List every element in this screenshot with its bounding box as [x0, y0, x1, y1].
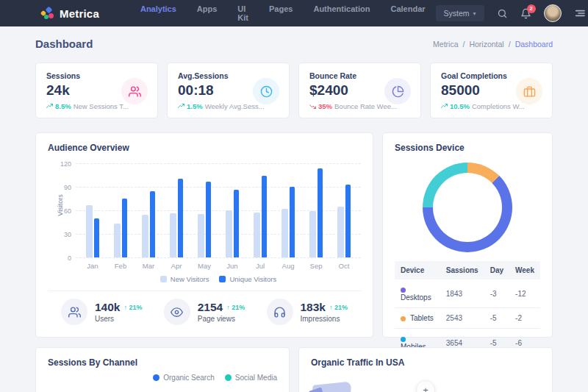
- legend-label: Organic Search: [163, 374, 214, 382]
- footer-stat-label: Users: [95, 315, 143, 323]
- bar-new-visitors: [282, 209, 288, 257]
- nav-item-calendar[interactable]: Calendar: [380, 4, 435, 22]
- bar-group-aug: [274, 163, 302, 257]
- device-day: -5: [484, 308, 509, 329]
- legend-swatch: [219, 276, 226, 282]
- footer-stat-label: Impressions: [301, 315, 348, 323]
- nav-item-analytics[interactable]: Analytics: [130, 4, 187, 22]
- device-table-header: Day: [484, 261, 509, 279]
- nav-item-ui-kit[interactable]: UI Kit: [227, 4, 259, 22]
- x-tick-label: Sep: [302, 262, 330, 270]
- audience-footer-stats: 140k↑ 21%Users2154↑ 21%Page views183k↑ 2…: [48, 291, 361, 325]
- bar-group-may: [190, 163, 218, 257]
- notifications-button[interactable]: 2: [520, 8, 531, 19]
- bar-unique-visitors: [234, 190, 239, 257]
- x-tick-label: May: [190, 262, 218, 270]
- y-tick-label: 30: [57, 231, 71, 238]
- legend-dot: [225, 374, 232, 381]
- map-zoom-in-button[interactable]: +: [416, 380, 435, 392]
- bar-unique-visitors: [150, 191, 155, 257]
- breadcrumb: Metrica/Horizontal/Dashboard: [433, 40, 553, 49]
- chart-legend: New VisitorsUnique Visitors: [76, 275, 361, 283]
- chart-plot-area: 1209060300: [76, 163, 361, 257]
- device-day: -3: [484, 279, 509, 308]
- breadcrumb-item[interactable]: Metrica: [433, 40, 458, 49]
- bar-new-visitors: [337, 207, 344, 257]
- topbar-actions: System ▾ 2: [436, 4, 586, 22]
- briefcase-icon: [516, 78, 542, 104]
- user-avatar[interactable]: [544, 4, 562, 22]
- device-table-header: Sassions: [440, 261, 484, 279]
- gridline: 0: [76, 257, 361, 258]
- footer-stat-label: Page views: [198, 315, 245, 323]
- device-name: Tablets: [410, 314, 434, 322]
- legend-swatch: [160, 276, 167, 282]
- x-tick-label: Aug: [274, 262, 302, 270]
- device-dot: [401, 316, 406, 321]
- bar-unique-visitors: [206, 182, 211, 257]
- bar-new-visitors: [114, 224, 121, 257]
- breadcrumb-separator: /: [509, 40, 511, 49]
- donut-hole: [433, 173, 502, 242]
- bar-new-visitors: [309, 211, 316, 257]
- breadcrumb-item[interactable]: Dashboard: [515, 40, 553, 49]
- stat-card-sessions: Sessions24k8.5%New Sessions T...: [35, 63, 158, 118]
- bar-group-jun: [218, 163, 246, 257]
- bar-group-oct: [330, 163, 358, 257]
- bar-new-visitors: [142, 215, 148, 257]
- y-tick-label: 120: [57, 160, 71, 168]
- x-tick-label: Jul: [246, 262, 274, 270]
- nav-item-apps[interactable]: Apps: [187, 4, 228, 22]
- stat-note: Bounce Rate Wee...: [334, 102, 397, 110]
- device-dot: [401, 288, 406, 293]
- card-title: Sessions By Channel: [48, 357, 277, 368]
- stat-card-goal-completions: Goal Completions8500010.5%Completions W.…: [430, 63, 553, 118]
- pie-chart-icon: [384, 78, 411, 104]
- device-sessions: 2543: [440, 308, 484, 329]
- device-week: -2: [509, 308, 540, 329]
- trend-up-icon: [178, 103, 184, 110]
- x-tick-label: Apr: [162, 262, 190, 270]
- chevron-down-icon: ▾: [473, 10, 476, 17]
- device-week: -12: [509, 279, 540, 308]
- stat-note: New Sessions T...: [74, 102, 129, 110]
- x-tick-label: Jan: [79, 262, 107, 270]
- notification-badge: 2: [527, 4, 536, 13]
- eye-icon: [164, 299, 190, 325]
- card-title: Organic Traffic In USA: [311, 357, 540, 368]
- system-dropdown[interactable]: System ▾: [436, 5, 484, 21]
- page-title: Dashboard: [35, 38, 93, 50]
- nav-item-authentication[interactable]: Authentication: [303, 4, 380, 22]
- breadcrumb-item[interactable]: Horizontal: [469, 40, 503, 49]
- bar-group-jul: [246, 163, 274, 257]
- footer-stat-value: 2154: [198, 301, 223, 314]
- clock-icon: [253, 78, 279, 104]
- donut-chart-wrap: [395, 163, 540, 252]
- trend-down-icon: [309, 103, 316, 110]
- card-title: Sessions Device: [395, 143, 540, 153]
- legend-label: New Visitors: [171, 275, 209, 283]
- search-button[interactable]: [497, 8, 508, 19]
- legend-item-new-visitors[interactable]: New Visitors: [160, 275, 209, 283]
- brand-name: Metrica: [60, 7, 99, 20]
- menu-toggle-button[interactable]: [574, 7, 586, 19]
- y-tick-label: 0: [57, 254, 71, 262]
- x-tick-label: Mar: [135, 262, 162, 270]
- legend-item-social-media[interactable]: Social Media: [225, 374, 277, 382]
- bar-unique-visitors: [345, 185, 351, 257]
- stat-card-avg-sessions: Avg.Sessions00:181.5%Weekly Avg.Sess...: [167, 63, 290, 118]
- nav-item-pages[interactable]: Pages: [259, 4, 303, 22]
- topbar: Metrica AnalyticsAppsUI KitPagesAuthenti…: [0, 0, 588, 26]
- users-icon: [61, 299, 87, 325]
- card-title: Audience Overview: [48, 143, 361, 153]
- brand[interactable]: Metrica: [41, 7, 99, 20]
- bar-unique-visitors: [178, 179, 183, 257]
- trend-up-icon: [441, 103, 448, 110]
- breadcrumb-separator: /: [463, 40, 465, 49]
- legend-item-organic-search[interactable]: Organic Search: [153, 374, 214, 382]
- sessions-device-card: Sessions Device DeviceSassionsDayWeek De…: [382, 132, 553, 338]
- main-nav: AnalyticsAppsUI KitPagesAuthenticationCa…: [130, 4, 436, 22]
- legend-item-unique-visitors[interactable]: Unique Visitors: [219, 275, 276, 283]
- usa-map-fragment: [309, 387, 323, 392]
- bar-group-feb: [107, 163, 135, 257]
